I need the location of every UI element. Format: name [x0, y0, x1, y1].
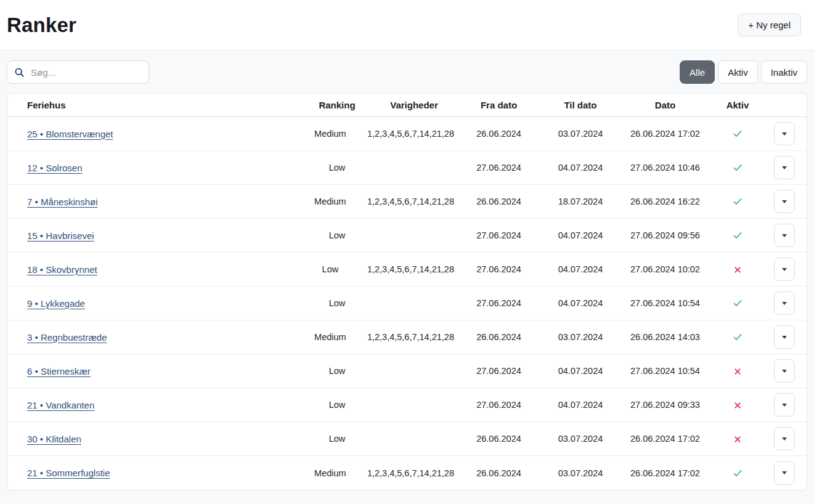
til-dato-cell: 03.07.2024: [543, 468, 617, 478]
dato-cell: 26.06.2024 14:03: [617, 332, 713, 342]
feriehus-link[interactable]: 12 • Solrosen: [27, 163, 82, 173]
actions-cell: [762, 461, 807, 485]
til-dato-cell: 04.07.2024: [543, 264, 617, 274]
row-actions-dropdown[interactable]: [774, 325, 795, 349]
row-actions-dropdown[interactable]: [774, 461, 795, 485]
row-actions-dropdown[interactable]: [774, 427, 795, 450]
table-row: 25 • BlomstervængetMedium1,2,3,4,5,6,7,1…: [7, 117, 807, 151]
aktiv-cell: [713, 230, 762, 241]
new-rule-button[interactable]: + Ny regel: [738, 14, 801, 36]
filter-group: Alle Aktiv Inaktiv: [680, 60, 807, 84]
dato-cell: 26.06.2024 17:02: [617, 434, 713, 444]
til-dato-cell: 03.07.2024: [543, 129, 617, 139]
feriehus-link[interactable]: 18 • Skovbrynnet: [27, 264, 97, 275]
search-icon: [14, 67, 25, 78]
dato-cell: 26.06.2024 17:02: [617, 129, 713, 139]
feriehus-link[interactable]: 21 • Vandkanten: [27, 400, 94, 410]
table-row: 30 • KlitdalenLow26.06.202403.07.202426.…: [7, 422, 807, 456]
feriehus-link[interactable]: 25 • Blomstervænget: [27, 129, 113, 139]
feriehus-link[interactable]: 9 • Lykkegade: [27, 298, 85, 309]
row-actions-dropdown[interactable]: [774, 359, 795, 383]
actions-cell: [762, 122, 807, 145]
til-dato-cell: 04.07.2024: [543, 366, 617, 376]
table-row: 6 • StierneskærLow27.06.202404.07.202427…: [7, 354, 807, 388]
fra-dato-cell: 27.06.2024: [454, 298, 543, 308]
varigheder-cell: 1,2,3,4,5,6,7,14,21,28: [367, 264, 454, 274]
check-icon: [732, 196, 743, 207]
row-actions-dropdown[interactable]: [774, 224, 795, 247]
caret-down-icon: [782, 268, 787, 271]
dato-cell: 27.06.2024 09:33: [617, 400, 713, 410]
content-area: Alle Aktiv Inaktiv Feriehus Ranking Vari…: [0, 60, 814, 490]
til-dato-cell: 04.07.2024: [543, 298, 617, 308]
fra-dato-cell: 26.06.2024: [454, 332, 543, 342]
row-actions-dropdown[interactable]: [774, 393, 795, 417]
ranking-cell: Medium: [293, 129, 367, 139]
dato-cell: 27.06.2024 10:54: [617, 298, 713, 308]
check-icon: [732, 230, 743, 241]
x-icon: [733, 434, 743, 444]
til-dato-cell: 04.07.2024: [543, 163, 617, 173]
caret-down-icon: [782, 302, 787, 305]
column-header-dato: Dato: [617, 100, 713, 110]
actions-cell: [762, 156, 807, 179]
row-actions-dropdown[interactable]: [774, 258, 795, 281]
feriehus-link[interactable]: 7 • Måneskinshøi: [27, 197, 97, 207]
caret-down-icon: [782, 132, 787, 136]
caret-down-icon: [782, 234, 787, 237]
actions-cell: [762, 393, 807, 417]
feriehus-link[interactable]: 3 • Regnbuestræde: [27, 332, 107, 343]
actions-cell: [762, 224, 807, 247]
varigheder-cell: 1,2,3,4,5,6,7,14,21,28: [367, 332, 454, 342]
table-header-row: Feriehus Ranking Varigheder Fra dato Til…: [7, 94, 807, 117]
filter-alle[interactable]: Alle: [680, 60, 715, 84]
aktiv-cell: [713, 331, 762, 343]
til-dato-cell: 03.07.2024: [543, 332, 617, 342]
search-box: [7, 60, 149, 84]
table-row: 21 • SommerfuglstieMedium1,2,3,4,5,6,7,1…: [7, 456, 807, 490]
feriehus-link[interactable]: 6 • Stierneskær: [27, 366, 91, 376]
ranking-cell: Low: [300, 434, 374, 444]
feriehus-cell: 3 • Regnbuestræde: [7, 332, 293, 343]
feriehus-cell: 6 • Stierneskær: [7, 366, 300, 376]
til-dato-cell: 04.07.2024: [543, 400, 617, 410]
row-actions-dropdown[interactable]: [774, 156, 795, 179]
aktiv-cell: [713, 365, 762, 376]
check-icon: [732, 298, 743, 309]
filter-inaktiv[interactable]: Inaktiv: [761, 60, 807, 84]
table-row: 3 • RegnbuestrædeMedium1,2,3,4,5,6,7,14,…: [7, 320, 807, 354]
fra-dato-cell: 27.06.2024: [454, 366, 543, 376]
row-actions-dropdown[interactable]: [774, 122, 795, 145]
column-header-til-dato: Til dato: [543, 100, 617, 110]
ranking-cell: Medium: [293, 468, 367, 478]
aktiv-cell: [713, 162, 762, 173]
ranking-cell: Low: [300, 163, 374, 173]
feriehus-cell: 7 • Måneskinshøi: [7, 197, 293, 207]
ranking-cell: Medium: [293, 332, 367, 342]
caret-down-icon: [782, 437, 787, 441]
ranking-cell: Medium: [293, 197, 367, 206]
feriehus-link[interactable]: 21 • Sommerfuglstie: [27, 468, 110, 478]
fra-dato-cell: 27.06.2024: [454, 163, 543, 173]
aktiv-cell: [713, 298, 762, 309]
caret-down-icon: [782, 200, 787, 203]
x-icon: [733, 367, 743, 376]
feriehus-cell: 9 • Lykkegade: [7, 298, 300, 309]
feriehus-link[interactable]: 15 • Havbrisevei: [27, 230, 94, 241]
feriehus-link[interactable]: 30 • Klitdalen: [27, 434, 81, 444]
row-actions-dropdown[interactable]: [774, 291, 795, 315]
fra-dato-cell: 26.06.2024: [454, 468, 543, 478]
ranking-cell: Low: [293, 264, 367, 274]
feriehus-cell: 15 • Havbrisevei: [7, 230, 300, 241]
search-input[interactable]: [7, 60, 149, 84]
check-icon: [732, 468, 743, 479]
varigheder-cell: 1,2,3,4,5,6,7,14,21,28: [367, 468, 454, 478]
table-row: 9 • LykkegadeLow27.06.202404.07.202427.0…: [7, 287, 807, 320]
varigheder-cell: 1,2,3,4,5,6,7,14,21,28: [367, 197, 454, 206]
row-actions-dropdown[interactable]: [774, 190, 795, 213]
fra-dato-cell: 26.06.2024: [454, 129, 543, 139]
filter-aktiv[interactable]: Aktiv: [718, 60, 758, 84]
table-row: 21 • VandkantenLow27.06.202404.07.202427…: [7, 388, 807, 422]
check-icon: [732, 162, 743, 173]
caret-down-icon: [782, 471, 787, 474]
